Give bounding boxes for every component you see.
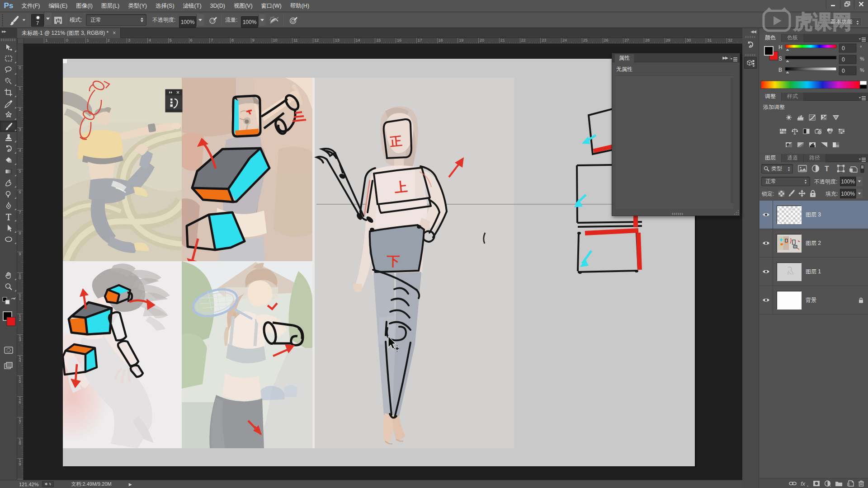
color-spectrum-ramp[interactable]	[761, 81, 867, 89]
layer-visibility-eye[interactable]	[760, 229, 773, 258]
path-select-tool[interactable]	[0, 222, 17, 234]
menu-item-2[interactable]: 图像(I)	[72, 0, 97, 12]
history-panel-button[interactable]	[744, 39, 757, 51]
properties-corner-grip[interactable]	[734, 210, 739, 215]
layer-style-fx-icon[interactable]: fx	[801, 480, 809, 487]
marquee-tool[interactable]	[0, 53, 17, 64]
tab-channels[interactable]: 通道	[782, 154, 804, 162]
menu-item-3[interactable]: 图层(L)	[97, 0, 123, 12]
layer-thumbnail[interactable]	[777, 206, 801, 224]
channel-mixer-adjustment-icon[interactable]	[826, 127, 835, 136]
lock-position-icon[interactable]	[798, 190, 806, 197]
pressure-size-icon[interactable]	[289, 12, 298, 28]
layer-thumbnail[interactable]	[777, 234, 801, 252]
layer-thumbnail[interactable]	[777, 263, 801, 281]
dodge-tool[interactable]	[0, 188, 17, 200]
flow-input[interactable]: 100%	[241, 14, 266, 30]
lock-transparent-icon[interactable]	[778, 191, 784, 197]
selective-color-adjustment-icon[interactable]	[831, 141, 840, 149]
properties-menu-icon[interactable]	[731, 56, 738, 64]
gradient-tool[interactable]	[0, 166, 17, 177]
toggle-brush-panel-button[interactable]	[54, 12, 62, 28]
menu-item-0[interactable]: 文件(F)	[17, 0, 44, 12]
properties-resize-grip[interactable]: ▮▮▮▮▮▮	[672, 212, 684, 215]
opacity-input[interactable]: 100%	[179, 14, 204, 30]
menu-item-6[interactable]: 滤镜(T)	[179, 0, 206, 12]
layer-name[interactable]: 图层 2	[806, 239, 821, 247]
layer-filter-kind-select[interactable]: 类型	[761, 164, 793, 174]
delete-layer-icon[interactable]	[858, 480, 864, 487]
layer-opacity-input[interactable]: 100%	[840, 177, 863, 186]
ruler-origin-box[interactable]	[17, 38, 24, 44]
layer-fill-input[interactable]: 100%	[840, 189, 863, 198]
toolbar-collapse-chevrons[interactable]: ▶▶	[0, 28, 17, 38]
new-layer-icon[interactable]	[847, 480, 854, 487]
properties-scrollbar[interactable]	[731, 78, 734, 203]
move-tool[interactable]	[0, 42, 17, 53]
ellipse-tool[interactable]	[0, 234, 17, 245]
layer-name[interactable]: 图层 3	[806, 211, 821, 219]
clone-stamp-tool[interactable]	[0, 132, 17, 143]
pen-tool[interactable]	[0, 200, 17, 211]
menu-item-4[interactable]: 类型(Y)	[124, 0, 151, 12]
properties-panel-header[interactable]: 属性 ▶▶ |	[612, 53, 740, 62]
curves-adjustment-icon[interactable]	[808, 113, 817, 122]
layer-visibility-eye[interactable]	[760, 286, 773, 314]
blend-mode-select[interactable]: 正常	[86, 14, 146, 26]
hue-saturation-adjustment-icon[interactable]	[778, 127, 788, 136]
zoom-level-field[interactable]: 121.42%	[19, 482, 38, 487]
layer-row-图层 3[interactable]: 图层 3	[760, 201, 868, 229]
mini-floating-panel[interactable]	[165, 89, 182, 112]
threshold-adjustment-icon[interactable]	[808, 141, 817, 149]
menu-item-5[interactable]: 选择(S)	[151, 0, 179, 12]
status-flyout-arrow[interactable]: ▶	[129, 482, 132, 487]
layer-row-图层 1[interactable]: 图层 1	[760, 258, 868, 286]
levels-adjustment-icon[interactable]	[796, 113, 805, 122]
screen-mode-button[interactable]	[0, 360, 17, 371]
photo-filter-adjustment-icon[interactable]	[814, 127, 823, 136]
tab-color[interactable]: 颜色	[760, 34, 782, 42]
link-layers-icon[interactable]	[789, 480, 797, 487]
layer-name[interactable]: 背景	[806, 296, 816, 304]
healing-brush-tool[interactable]	[0, 109, 17, 121]
history-brush-tool[interactable]	[0, 143, 17, 155]
layer-visibility-eye[interactable]	[760, 258, 773, 286]
restore-button[interactable]	[840, 0, 854, 9]
layers-panel-menu-icon[interactable]	[859, 156, 866, 160]
lasso-tool[interactable]	[0, 64, 17, 75]
quick-mask-button[interactable]	[0, 344, 17, 356]
vibrance-adjustment-icon[interactable]	[831, 113, 840, 122]
zoom-tool[interactable]	[0, 281, 17, 292]
menu-item-8[interactable]: 视图(V)	[229, 0, 257, 12]
blend-mode-dropdown[interactable]: 正常	[761, 177, 810, 186]
exposure-adjustment-icon[interactable]	[820, 113, 829, 122]
adjustments-panel-menu-icon[interactable]	[859, 94, 866, 99]
workspace-switcher[interactable]: 基本功能	[826, 17, 862, 26]
lock-pixels-icon[interactable]	[788, 190, 794, 197]
layer-row-背景[interactable]: 背景	[760, 286, 868, 314]
smudge-tool[interactable]	[0, 177, 17, 188]
properties-collapse-chevrons[interactable]: ▶▶	[722, 56, 728, 60]
tool-preset-picker[interactable]	[8, 12, 26, 28]
eyedropper-tool[interactable]	[0, 98, 17, 109]
layer-visibility-eye[interactable]	[760, 201, 773, 229]
pressure-opacity-icon[interactable]	[209, 12, 218, 28]
panel-collapse-chevrons[interactable]: ◀◀	[750, 29, 756, 34]
magic-wand-tool[interactable]	[0, 75, 17, 87]
vertical-ruler[interactable]: 01234567891011121314151617181920	[17, 44, 24, 480]
invert-adjustment-icon[interactable]	[784, 141, 793, 149]
brush-tool[interactable]	[0, 121, 17, 132]
color-panel-menu-icon[interactable]	[859, 36, 866, 40]
menu-item-7[interactable]: 3D(D)	[206, 0, 229, 12]
posterize-adjustment-icon[interactable]	[796, 141, 805, 149]
layer-row-图层 2[interactable]: 图层 2	[760, 229, 868, 258]
add-adjustment-layer-icon[interactable]	[824, 480, 831, 487]
horizontal-ruler[interactable]: 1012345678910111213141516171819202122232…	[24, 38, 742, 44]
crop-tool[interactable]	[0, 87, 17, 98]
hand-tool[interactable]	[0, 270, 17, 281]
eraser-tool[interactable]	[0, 155, 17, 166]
tab-layers[interactable]: 图层	[760, 154, 782, 162]
layer-name[interactable]: 图层 1	[806, 268, 821, 276]
menu-item-1[interactable]: 编辑(E)	[44, 0, 72, 12]
new-group-icon[interactable]	[835, 480, 843, 487]
